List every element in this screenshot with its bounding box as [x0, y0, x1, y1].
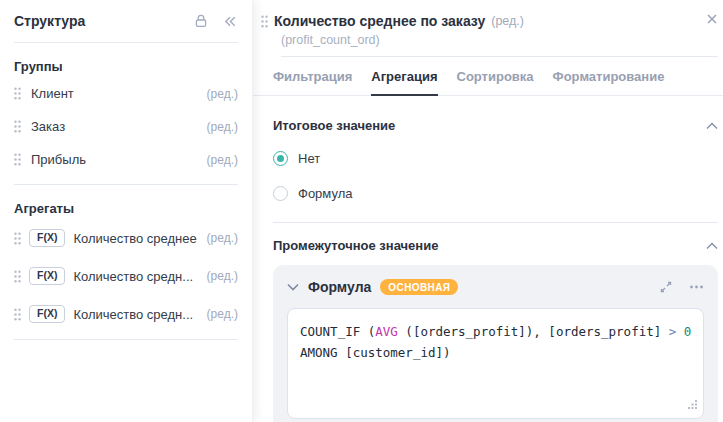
formula-badge: F(X): [29, 305, 65, 323]
panel-header: Количество среднее по заказу (ред.) (pro…: [253, 0, 723, 57]
aggregate-item[interactable]: F(X) Количество среднее (ред.): [14, 219, 238, 257]
chevron-down-icon[interactable]: [287, 283, 299, 291]
formula-code-editor[interactable]: COUNT_IF (AVG ([orders_profit]), [orders…: [287, 308, 704, 419]
expand-icon[interactable]: [659, 280, 673, 294]
sidebar-divider: [14, 339, 238, 340]
drag-handle-icon[interactable]: [14, 120, 21, 133]
total-value-section-header: Итоговое значение: [273, 118, 718, 133]
drag-handle-icon[interactable]: [14, 232, 21, 245]
section-heading: Промежуточное значение: [273, 238, 438, 253]
formula-card-title: Формула: [308, 279, 371, 295]
tab-filtering[interactable]: Фильтрация: [273, 66, 352, 95]
drag-handle-icon[interactable]: [261, 15, 268, 28]
aggregate-label: Количество среднее: [73, 231, 196, 246]
sidebar-divider: [14, 184, 238, 185]
aggregate-label: Количество средн...: [73, 307, 193, 322]
group-item-client[interactable]: Клиент (ред.): [14, 77, 238, 110]
aggregate-item[interactable]: F(X) Количество средн... (ред.): [14, 257, 238, 295]
field-settings-panel: Количество среднее по заказу (ред.) (pro…: [253, 0, 723, 422]
radio-option-formula[interactable]: Формула: [273, 183, 723, 203]
primary-badge: ОСНОВНАЯ: [380, 279, 458, 295]
radio-selected-icon[interactable]: [273, 151, 288, 166]
radio-option-none[interactable]: Нет: [273, 148, 723, 168]
formula-badge: F(X): [29, 229, 65, 247]
resize-grip-icon[interactable]: [687, 398, 698, 413]
sidebar-title: Структура: [14, 13, 179, 29]
tab-sorting[interactable]: Сортировка: [457, 66, 534, 95]
aggregates-heading: Агрегаты: [14, 201, 238, 219]
structure-sidebar: Структура Группы Клиент (ред.) Заказ (ре…: [0, 0, 253, 422]
formula-badge: F(X): [29, 267, 65, 285]
close-icon[interactable]: [706, 13, 718, 25]
edit-link[interactable]: (ред.): [207, 307, 238, 321]
group-item-order[interactable]: Заказ (ред.): [14, 110, 238, 143]
edit-link[interactable]: (ред.): [207, 231, 238, 245]
radio-unselected-icon[interactable]: [273, 186, 288, 201]
group-item-profit[interactable]: Прибыль (ред.): [14, 143, 238, 176]
edit-link[interactable]: (ред.): [207, 87, 238, 101]
aggregate-item[interactable]: F(X) Количество средн... (ред.): [14, 295, 238, 333]
settings-tabs: Фильтрация Агрегация Сортировка Форматир…: [253, 66, 723, 96]
tab-formatting[interactable]: Форматирование: [553, 66, 665, 95]
chevron-up-icon[interactable]: [706, 242, 718, 250]
radio-label: Формула: [298, 186, 352, 201]
radio-label: Нет: [298, 151, 320, 166]
panel-title: Количество среднее по заказу: [274, 13, 485, 29]
more-options-icon[interactable]: [689, 280, 704, 294]
drag-handle-icon[interactable]: [14, 153, 21, 166]
collapse-sidebar-icon[interactable]: [223, 14, 238, 29]
drag-handle-icon[interactable]: [14, 308, 21, 321]
formula-card: Формула ОСНОВНАЯ COUNT_IF (AVG ([orders_…: [273, 265, 718, 422]
lock-icon[interactable]: [193, 13, 209, 29]
section-divider: [273, 222, 718, 223]
group-label: Клиент: [31, 86, 74, 101]
formula-code[interactable]: COUNT_IF (AVG ([orders_profit]), [orders…: [300, 321, 691, 363]
tab-aggregation[interactable]: Агрегация: [371, 66, 437, 96]
edit-link[interactable]: (ред.): [207, 120, 238, 134]
intermediate-value-section-header: Промежуточное значение: [273, 238, 718, 253]
sidebar-divider: [14, 42, 238, 43]
section-heading: Итоговое значение: [273, 118, 395, 133]
aggregate-label: Количество средн...: [73, 269, 193, 284]
panel-title-edit-link[interactable]: (ред.): [491, 14, 524, 28]
group-label: Прибыль: [31, 152, 86, 167]
field-id-subtitle: (profit_count_ord): [281, 33, 718, 47]
drag-handle-icon[interactable]: [14, 87, 21, 100]
edit-link[interactable]: (ред.): [207, 153, 238, 167]
edit-link[interactable]: (ред.): [207, 269, 238, 283]
dataset-field-editor: Структура Группы Клиент (ред.) Заказ (ре…: [0, 0, 723, 422]
chevron-up-icon[interactable]: [706, 122, 718, 130]
groups-heading: Группы: [14, 59, 238, 77]
drag-handle-icon[interactable]: [14, 270, 21, 283]
sidebar-header: Структура: [14, 0, 238, 42]
header-divider: [281, 56, 718, 57]
group-label: Заказ: [31, 119, 65, 134]
formula-card-header: Формула ОСНОВНАЯ: [287, 265, 704, 308]
